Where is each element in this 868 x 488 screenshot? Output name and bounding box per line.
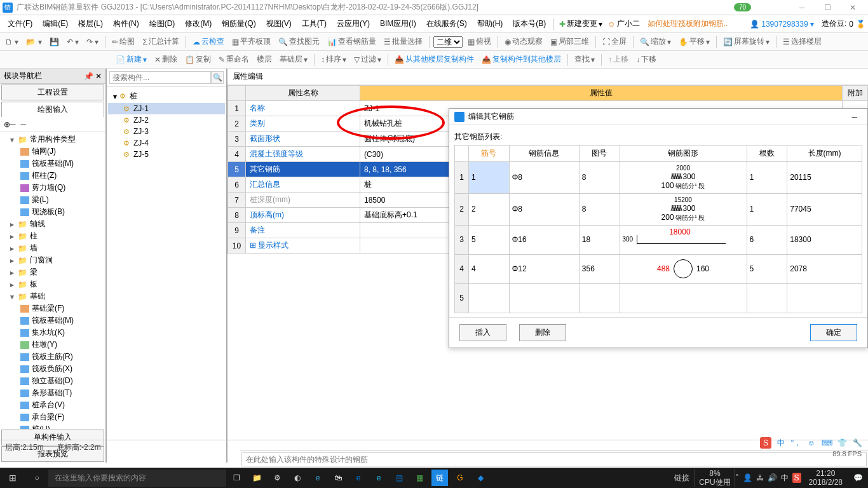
tree-node[interactable]: 框柱(Z) [0, 170, 105, 182]
find-button[interactable]: 查找 ▾ [572, 53, 597, 66]
menu-bim[interactable]: BIM应用(I) [375, 16, 421, 32]
tree-node[interactable]: 现浇板(B) [0, 206, 105, 218]
tree-node[interactable]: 基础梁(F) [0, 302, 105, 315]
rebar-row[interactable]: 22Φ8815200/\/\/\/\/\/\ 300200 钢筋分¹ 段1770… [455, 193, 862, 225]
rebar-row[interactable]: 5 [455, 283, 862, 313]
menu-edit[interactable]: 编辑(E) [37, 16, 73, 32]
dialog-min-button[interactable]: ─ [846, 112, 862, 121]
app-icon-5[interactable]: G [450, 468, 470, 488]
volume-icon[interactable]: 🔊 [768, 473, 777, 482]
link-label[interactable]: 链接 [669, 473, 695, 484]
nav-tree[interactable]: ▾📁常用构件类型轴网(J)筏板基础(M)框柱(Z)剪力墙(Q)梁(L)现浇板(B… [0, 132, 105, 429]
tree-node[interactable]: 桩(U) [0, 423, 105, 429]
clock[interactable]: 21:202018/2/28 [804, 469, 848, 487]
component-item[interactable]: ⚙ZJ-2 [108, 114, 225, 126]
copyto-button[interactable]: 📤 复制构件到其他楼层 [479, 53, 564, 66]
ie-icon[interactable]: e [369, 468, 389, 488]
tree-node[interactable]: ▸📁板 [0, 278, 105, 290]
cortana-button[interactable]: ○ [25, 473, 48, 482]
maximize-button[interactable]: ☐ [815, 3, 840, 12]
movedown-button[interactable]: ↓ 下移 [634, 53, 659, 66]
local3d-button[interactable]: ▣ 局部三维 [548, 35, 592, 48]
tree-node[interactable]: ▾📁基础 [0, 290, 105, 302]
tree-node[interactable]: 剪力墙(Q) [0, 182, 105, 194]
tree-node[interactable]: 筏板基础(M) [0, 158, 105, 170]
delete-row-button[interactable]: 删除 [519, 324, 566, 341]
rebar-table[interactable]: 筋号 钢筋信息 图号 钢筋图形 根数 长度(mm) 11Φ882000/\/\/… [454, 145, 862, 313]
component-item[interactable]: ⚙ZJ-1 [108, 103, 225, 114]
menu-modify[interactable]: 修改(M) [180, 16, 217, 32]
menu-online[interactable]: 在线服务(S) [421, 16, 472, 32]
component-root[interactable]: ▾⚙桩 [108, 90, 225, 103]
smile-icon[interactable]: ☺ [806, 437, 817, 449]
network-icon[interactable]: 🖧 [756, 473, 764, 482]
user-button[interactable]: ☺广小二 [605, 17, 642, 30]
close-button[interactable]: ✕ [840, 3, 865, 12]
tree-node[interactable]: 独立基础(D) [0, 375, 105, 387]
undo-button[interactable]: ↶ ▾ [64, 36, 81, 48]
tab-draw-input[interactable]: 绘图输入 [1, 102, 104, 117]
sort-button[interactable]: ↕ 排序 ▾ [318, 53, 349, 66]
pin-icon[interactable]: 📌 ✕ [84, 72, 102, 81]
menu-help[interactable]: 帮助(H) [472, 16, 508, 32]
explorer-icon[interactable]: 📁 [247, 468, 267, 488]
tree-node[interactable]: ▾📁常用构件类型 [0, 133, 105, 146]
menu-version[interactable]: 版本号(B) [508, 16, 551, 32]
sogou-icon[interactable]: S [760, 437, 771, 449]
rebar-row[interactable]: 35Φ1618300 18000618300 [455, 225, 862, 254]
tree-node[interactable]: 筏板基础(M) [0, 315, 105, 327]
menu-tool[interactable]: 工具(T) [297, 16, 332, 32]
menu-rebar[interactable]: 钢筋量(Q) [217, 16, 261, 32]
menu-file[interactable]: 文件(F) [3, 16, 37, 32]
tree-node[interactable]: ▸📁门窗洞 [0, 254, 105, 266]
fullscreen-button[interactable]: ⛶ 全屏 [600, 35, 629, 48]
taskview-icon[interactable]: ❐ [226, 468, 247, 488]
tray-up-icon[interactable]: ˄ [735, 473, 739, 482]
edge-icon[interactable]: e [348, 468, 369, 488]
list-icon[interactable]: ─ [21, 120, 27, 129]
open-button[interactable]: 📂 ▾ [24, 36, 44, 48]
phone-label[interactable]: 👤 13907298339 ▾ [750, 20, 814, 29]
tree-node[interactable]: 梁(L) [0, 194, 105, 206]
moveup-button[interactable]: ↑ 上移 [606, 53, 631, 66]
component-item[interactable]: ⚙ZJ-5 [108, 149, 225, 160]
store-icon[interactable]: 🛍 [328, 468, 348, 488]
people-icon[interactable]: 👤 [743, 473, 752, 482]
tab-project-settings[interactable]: 工程设置 [1, 85, 104, 100]
tree-node[interactable]: 柱墩(Y) [0, 339, 105, 351]
rebar-input[interactable] [241, 452, 867, 466]
cloud-check-button[interactable]: ☁ 云检查 [190, 35, 227, 48]
menu-view[interactable]: 视图(V) [261, 16, 297, 32]
select-floor-button[interactable]: ☰ 选择楼层 [780, 35, 824, 48]
menu-component[interactable]: 构件(N) [108, 16, 144, 32]
new-doc-button[interactable]: 🗋 ▾ [3, 36, 21, 48]
keyboard-icon[interactable]: ⌨ [821, 437, 832, 449]
batch-select-button[interactable]: ☰ 批量选择 [381, 35, 425, 48]
help-link[interactable]: 如何处理筏板附加钢筋.. [642, 16, 733, 32]
component-item[interactable]: ⚙ZJ-3 [108, 126, 225, 137]
component-list[interactable]: ▾⚙桩⚙ZJ-1⚙ZJ-2⚙ZJ-3⚙ZJ-4⚙ZJ-5 [107, 87, 226, 463]
tree-node[interactable]: 条形基础(T) [0, 387, 105, 399]
filter-button[interactable]: ▽ 过滤 ▾ [351, 53, 384, 66]
start-button[interactable]: ⊞ [0, 473, 25, 483]
basefloor-sel[interactable]: 基础层 ▾ [277, 53, 310, 66]
save-button[interactable]: 💾 [47, 36, 62, 48]
copyfrom-button[interactable]: 📥 从其他楼层复制构件 [392, 53, 477, 66]
rename-button[interactable]: ✎ 重命名 [216, 53, 252, 66]
menu-cloud[interactable]: 云应用(Y) [332, 16, 375, 32]
app-icon-1[interactable]: ⚙ [267, 468, 287, 488]
tree-node[interactable]: 集水坑(K) [0, 327, 105, 339]
tree-node[interactable]: ▸📁梁 [0, 266, 105, 278]
search-input[interactable] [109, 71, 211, 84]
find-element-button[interactable]: 🔍 查找图元 [276, 35, 322, 48]
glodon-icon[interactable]: 链 [431, 470, 448, 486]
insert-button[interactable]: 插入 [459, 324, 506, 341]
tree-node[interactable]: ▸📁柱 [0, 230, 105, 242]
delete-button[interactable]: ✕ 删除 [152, 53, 180, 66]
system-tray[interactable]: ˄ 👤 🖧 🔊 中 S [735, 473, 801, 484]
ok-button[interactable]: 确定 [810, 324, 857, 341]
app-icon-6[interactable]: ◆ [470, 468, 491, 488]
taskbar-search[interactable]: 在这里输入你要搜索的内容 [48, 470, 226, 487]
tree-node[interactable]: ▸📁墙 [0, 242, 105, 254]
redo-button[interactable]: ↷ ▾ [84, 36, 101, 48]
